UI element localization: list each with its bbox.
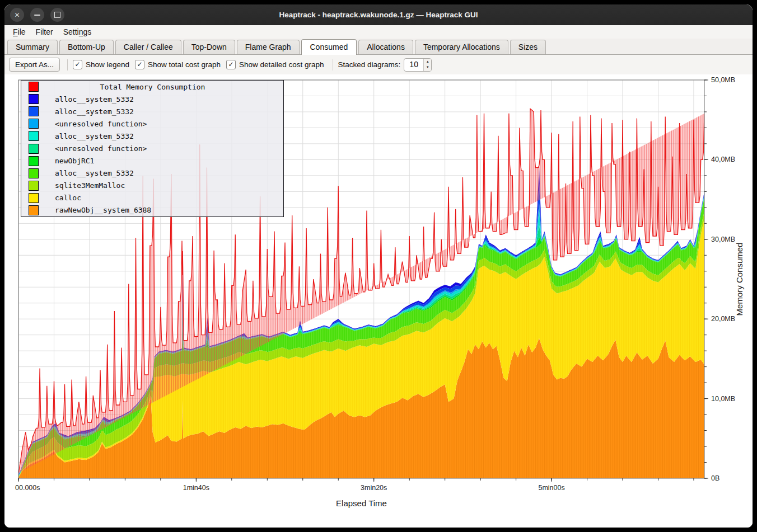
checkbox-group: ✓Show legend✓Show total cost graph✓Show … [72, 60, 329, 69]
heaptrack-window: ✕ Heaptrack - heaptrack.wakunode.1.gz — … [4, 4, 753, 528]
legend-swatch [29, 156, 39, 166]
legend-label: <unresolved function> [55, 120, 147, 128]
x-axis-title: Elapsed Time [336, 498, 387, 508]
menu-item-settings[interactable]: Settings [58, 26, 97, 37]
legend-label: alloc__system_5332 [55, 95, 134, 103]
y-tick-label: 10,0MB [711, 395, 735, 403]
stacked-diagrams-value: 10 [404, 59, 423, 71]
checkbox-label: Show detailed cost graph [239, 60, 324, 69]
legend-item: alloc__system_5332 [21, 167, 283, 180]
legend-label: calloc [55, 194, 81, 202]
legend-swatch [29, 193, 39, 203]
close-icon: ✕ [14, 11, 20, 19]
legend-label: newObjRC1 [55, 157, 94, 165]
tab-allocations[interactable]: Allocations [358, 40, 413, 54]
legend-item: newObjRC1 [21, 155, 283, 167]
tab-top-down[interactable]: Top-Down [183, 40, 235, 54]
x-tick-label: 3min20s [361, 484, 387, 492]
legend-item: <unresolved function> [21, 117, 283, 130]
x-tick-label: 00.000s [15, 484, 40, 492]
legend-label: <unresolved function> [55, 144, 147, 153]
tab-sizes[interactable]: Sizes [510, 40, 546, 54]
maximize-button[interactable] [50, 8, 64, 22]
legend-item: alloc__system_5332 [21, 105, 283, 117]
y-tick-label: 0B [711, 474, 719, 482]
stacked-diagrams-label: Stacked diagrams: [338, 60, 401, 69]
y-tick-label: 50,0MB [711, 76, 735, 84]
legend-label: rawNewObj__system_6388 [55, 206, 151, 214]
legend-swatch [29, 119, 39, 129]
legend-label: alloc__system_5332 [55, 169, 134, 177]
legend-title-row: Total Memory Consumption [21, 81, 283, 93]
export-as-button[interactable]: Export As... [9, 58, 60, 72]
titlebar[interactable]: ✕ Heaptrack - heaptrack.wakunode.1.gz — … [4, 4, 753, 25]
chart-legend: Total Memory Consumption alloc__system_5… [21, 80, 284, 217]
window-title: Heaptrack - heaptrack.wakunode.1.gz — He… [4, 11, 753, 19]
tab-bottom-up[interactable]: Bottom-Up [59, 40, 114, 54]
y-tick-label: 40,0MB [711, 156, 735, 163]
window-controls: ✕ [4, 8, 64, 22]
spin-down-button[interactable]: ▾ [424, 64, 432, 70]
chart-content: 00.000s1min40s3min20s5min00s0B10,0MB20,0… [4, 74, 753, 528]
minimize-icon [34, 15, 40, 16]
checkbox-show-detailed-cost-graph[interactable]: ✓Show detailed cost graph [226, 60, 324, 69]
checkbox-label: Show legend [86, 60, 129, 69]
menu-item-filter[interactable]: Filter [31, 26, 58, 37]
maximize-icon [54, 12, 60, 18]
y-tick-label: 30,0MB [711, 236, 735, 243]
legend-swatch [29, 106, 39, 116]
toolbar-separator [333, 59, 333, 70]
checkbox-show-total-cost-graph[interactable]: ✓Show total cost graph [135, 60, 221, 69]
legend-swatch [29, 131, 39, 141]
y-axis-title: Memory Consumed [735, 243, 744, 316]
legend-swatch-total [29, 82, 39, 92]
checkbox-show-legend[interactable]: ✓Show legend [73, 60, 129, 69]
tab-bar: SummaryBottom-UpCaller / CalleeTop-DownF… [4, 39, 753, 55]
spin-up-button[interactable]: ▴ [424, 59, 432, 64]
x-tick-label: 1min40s [183, 484, 209, 492]
legend-label: sqlite3MemMalloc [55, 181, 125, 190]
y-tick-label: 20,0MB [711, 315, 735, 323]
legend-swatch [29, 144, 39, 154]
legend-item: alloc__system_5332 [21, 93, 283, 105]
legend-swatch [29, 205, 39, 215]
tab-flame-graph[interactable]: Flame Graph [237, 40, 300, 54]
legend-item: <unresolved function> [21, 142, 283, 154]
tab-summary[interactable]: Summary [7, 40, 58, 54]
tab-temporary-allocations[interactable]: Temporary Allocations [415, 40, 508, 54]
legend-swatch [29, 94, 39, 104]
checkbox-label: Show total cost graph [148, 60, 221, 69]
stacked-diagrams-spinbox[interactable]: 10 ▴ ▾ [404, 58, 432, 72]
legend-item: alloc__system_5332 [21, 130, 283, 142]
legend-label: alloc__system_5332 [55, 107, 134, 116]
menu-item-file[interactable]: File [8, 26, 31, 37]
checkmark-icon: ✓ [73, 60, 82, 69]
legend-item: sqlite3MemMalloc [21, 180, 283, 192]
tab-consumed[interactable]: Consumed [301, 39, 357, 55]
menu-bar: FileFilterSettings [4, 25, 753, 39]
x-tick-label: 5min00s [538, 484, 564, 492]
toolbar: Export As... ✓Show legend✓Show total cos… [4, 55, 753, 74]
checkmark-icon: ✓ [135, 60, 144, 69]
legend-swatch [29, 181, 39, 191]
legend-title: Total Memory Consumption [39, 83, 267, 91]
tab-caller-callee[interactable]: Caller / Callee [115, 40, 181, 54]
legend-label: alloc__system_5332 [55, 132, 134, 140]
legend-item: rawNewObj__system_6388 [21, 204, 283, 216]
legend-swatch [29, 168, 39, 178]
checkmark-icon: ✓ [226, 60, 236, 69]
close-button[interactable]: ✕ [10, 8, 24, 22]
spinner-buttons: ▴ ▾ [423, 59, 432, 71]
toolbar-separator [67, 59, 68, 70]
legend-item: calloc [21, 192, 283, 204]
minimize-button[interactable] [30, 8, 44, 22]
